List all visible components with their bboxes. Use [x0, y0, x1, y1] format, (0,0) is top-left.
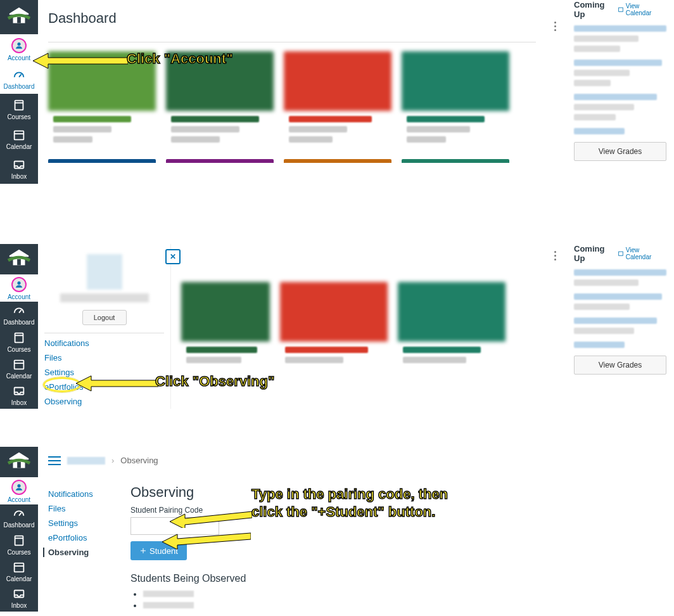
- nav-dashboard[interactable]: Dashboard: [0, 64, 38, 94]
- course-card[interactable]: [48, 159, 156, 163]
- book-icon: [12, 98, 26, 112]
- svg-marker-24: [10, 452, 29, 459]
- students-observed-heading: Students Being Observed: [130, 573, 246, 584]
- observing-heading: Observing: [130, 484, 246, 501]
- tray-link-observing[interactable]: Observing: [44, 397, 164, 406]
- view-calendar-link[interactable]: View Calendar: [618, 247, 666, 260]
- svg-rect-22: [618, 252, 623, 255]
- speedometer-icon: [12, 506, 26, 520]
- tray-link-files[interactable]: Files: [44, 353, 164, 363]
- nav-inbox-label: Inbox: [11, 173, 27, 180]
- book-icon: [12, 534, 26, 548]
- user-avatar: [87, 254, 122, 290]
- book-icon: [12, 331, 26, 345]
- course-cards-row: [48, 51, 566, 149]
- page-title: Dashboard: [48, 10, 117, 27]
- inbox-icon: [12, 384, 26, 398]
- nav-inbox[interactable]: Inbox: [0, 154, 38, 184]
- svg-rect-7: [15, 131, 24, 139]
- svg-line-16: [19, 311, 22, 314]
- course-card[interactable]: [166, 159, 274, 163]
- course-card[interactable]: [402, 159, 509, 163]
- view-grades-button[interactable]: View Grades: [574, 142, 666, 161]
- submenu-settings[interactable]: Settings: [48, 518, 118, 528]
- coming-up-item[interactable]: [574, 318, 666, 334]
- nav-dashboard[interactable]: Dashboard: [0, 504, 38, 531]
- submenu-eportfolios[interactable]: ePortfolios: [48, 533, 118, 542]
- coming-up-item[interactable]: [574, 269, 666, 286]
- nav-account[interactable]: Account: [0, 274, 38, 301]
- dashboard-main-behind: [171, 244, 566, 409]
- coming-up-item[interactable]: [574, 94, 666, 120]
- panel-observing: Account Dashboard Courses Calendar Inbox…: [0, 447, 674, 612]
- svg-rect-29: [15, 536, 23, 545]
- breadcrumb: › Observing: [48, 456, 674, 465]
- panel-dashboard: Account Dashboard Courses Calendar Inbox: [0, 0, 674, 184]
- tray-link-eportfolios[interactable]: ePortfolios: [44, 382, 164, 392]
- breadcrumb-current: Observing: [120, 456, 158, 465]
- tray-link-settings[interactable]: Settings: [44, 368, 164, 377]
- course-card[interactable]: [166, 51, 274, 149]
- view-calendar-link[interactable]: View Calendar: [618, 3, 666, 16]
- calendar-icon: [12, 357, 26, 371]
- view-grades-button[interactable]: View Grades: [574, 356, 666, 375]
- course-card[interactable]: [280, 282, 388, 380]
- coming-up-sidebar: Coming Up View Calendar View Grades: [566, 0, 674, 184]
- avatar-icon: [11, 480, 27, 495]
- nav-calendar[interactable]: Calendar: [0, 558, 38, 584]
- account-tray: ✕ Logout Notifications Files Settings eP…: [38, 244, 171, 409]
- nav-courses[interactable]: Courses: [0, 531, 38, 558]
- dashboard-options-menu[interactable]: [547, 18, 563, 34]
- add-student-button[interactable]: Student: [130, 541, 187, 560]
- submenu-notifications[interactable]: Notifications: [48, 489, 118, 499]
- submenu-files[interactable]: Files: [48, 504, 118, 513]
- course-card[interactable]: [48, 51, 156, 149]
- nav-courses[interactable]: Courses: [0, 94, 38, 124]
- calendar-small-icon: [618, 250, 624, 257]
- dashboard-options-menu[interactable]: [547, 248, 563, 263]
- course-card[interactable]: [181, 282, 270, 380]
- pairing-code-label: Student Pairing Code: [130, 506, 246, 515]
- calendar-icon: [12, 560, 26, 574]
- submenu-observing[interactable]: Observing: [43, 548, 118, 557]
- nav-calendar[interactable]: Calendar: [0, 355, 38, 382]
- logout-button[interactable]: Logout: [82, 310, 127, 325]
- speedometer-icon: [12, 68, 26, 82]
- calendar-icon: [12, 128, 26, 142]
- nav-account[interactable]: Account: [0, 34, 38, 64]
- course-card[interactable]: [284, 51, 391, 149]
- course-card[interactable]: [284, 159, 391, 163]
- svg-line-4: [19, 74, 22, 77]
- nav-inbox[interactable]: Inbox: [0, 585, 38, 612]
- course-card[interactable]: [402, 51, 509, 149]
- nav-courses[interactable]: Courses: [0, 328, 38, 355]
- svg-rect-2: [17, 17, 21, 23]
- user-name-blurred: [60, 293, 149, 302]
- school-logo: [0, 447, 38, 477]
- coming-up-item[interactable]: [574, 128, 666, 134]
- hamburger-menu[interactable]: [48, 456, 61, 465]
- dashboard-main: Dashboard: [38, 0, 566, 184]
- avatar-icon: [11, 277, 27, 292]
- nav-dashboard-label: Dashboard: [4, 83, 35, 90]
- tray-link-notifications[interactable]: Notifications: [44, 338, 164, 348]
- nav-dashboard[interactable]: Dashboard: [0, 302, 38, 328]
- nav-account[interactable]: Account: [0, 477, 38, 504]
- nav-inbox[interactable]: Inbox: [0, 382, 38, 409]
- students-list: [130, 589, 246, 610]
- nav-courses-label: Courses: [7, 113, 30, 120]
- nav-calendar-label: Calendar: [6, 143, 32, 150]
- svg-point-15: [18, 281, 21, 285]
- svg-rect-14: [17, 259, 21, 266]
- nav-calendar[interactable]: Calendar: [0, 124, 38, 154]
- school-logo: [0, 0, 38, 34]
- coming-up-sidebar: Coming UpView Calendar View Grades: [566, 244, 674, 409]
- svg-rect-19: [15, 361, 24, 369]
- coming-up-item[interactable]: [574, 293, 666, 310]
- svg-point-3: [18, 42, 21, 46]
- coming-up-item[interactable]: [574, 342, 666, 348]
- pairing-code-input[interactable]: [130, 517, 219, 535]
- coming-up-item[interactable]: [574, 25, 666, 52]
- course-card[interactable]: [398, 282, 506, 380]
- coming-up-item[interactable]: [574, 60, 666, 86]
